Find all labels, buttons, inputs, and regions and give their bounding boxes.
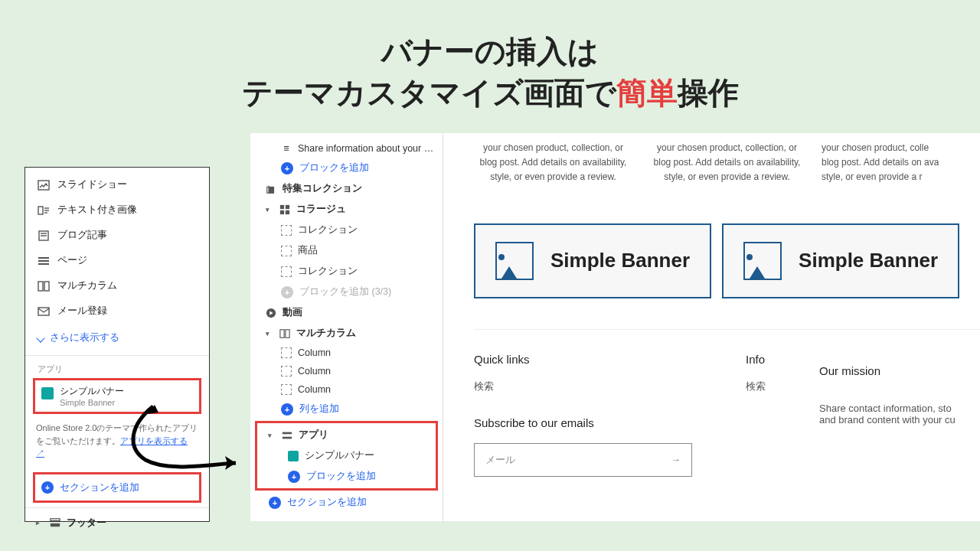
tree-collection-item[interactable]: コレクション <box>250 261 443 282</box>
tree-collection-item[interactable]: コレクション <box>250 220 443 240</box>
tree-app-simple-banner[interactable]: シンプルバナー <box>257 445 436 466</box>
tree-featured-collection[interactable]: 特集コレクション <box>250 178 443 199</box>
tree-multicolumn[interactable]: ▾ マルチカラム <box>250 323 443 344</box>
placeholder-icon <box>281 246 292 256</box>
blog-icon <box>38 230 50 242</box>
add-section-button[interactable]: + セクションを追加 <box>33 472 201 503</box>
preview-card: your chosen product, colle blog post. Ad… <box>822 141 980 185</box>
sidebar-item-blog[interactable]: ブログ記事 <box>25 223 209 248</box>
play-icon <box>266 308 276 318</box>
image-placeholder-icon <box>495 242 534 280</box>
plus-icon: + <box>269 497 281 509</box>
svg-rect-13 <box>38 308 49 315</box>
chevron-down-icon <box>36 334 44 342</box>
svg-rect-19 <box>280 210 284 214</box>
app-card-simple-banner[interactable]: シンプルバナー Simple Banner <box>33 378 201 414</box>
email-field[interactable]: メール → <box>474 443 692 477</box>
footer-link[interactable]: 検索 <box>746 380 766 393</box>
svg-rect-12 <box>44 282 49 291</box>
svg-rect-22 <box>280 329 284 337</box>
collection-icon <box>266 184 276 194</box>
svg-rect-17 <box>280 204 284 208</box>
tree-add-block[interactable]: + ブロックを追加 <box>250 158 443 178</box>
svg-rect-9 <box>38 260 49 262</box>
plus-icon: + <box>281 286 293 298</box>
sidebar-item-label: マルチカラム <box>57 279 117 292</box>
columns-icon <box>279 328 290 339</box>
plus-icon: + <box>41 481 54 494</box>
preview-card: your chosen product, collection, or blog… <box>648 141 806 185</box>
plus-icon: + <box>281 162 293 174</box>
show-more-link[interactable]: さらに表示する <box>25 324 209 352</box>
sidebar-item-label: テキスト付き画像 <box>57 204 137 217</box>
sidebar-item-image-text[interactable]: テキスト付き画像 <box>25 197 209 223</box>
svg-rect-20 <box>286 210 289 214</box>
svg-rect-24 <box>283 432 292 434</box>
placeholder-icon <box>281 384 292 395</box>
tree-collage[interactable]: ▾ コラージュ <box>250 199 443 220</box>
collage-icon <box>279 204 290 215</box>
svg-rect-10 <box>38 263 49 265</box>
footer-section[interactable]: ▸ フッター <box>25 507 209 537</box>
panel-section-picker: スライドショー テキスト付き画像 ブログ記事 ページ マルチカラム メール登録 … <box>24 167 210 522</box>
banner-label: Simple Banner <box>550 249 690 272</box>
sidebar-item-multicolumn[interactable]: マルチカラム <box>25 273 209 298</box>
footer-col-mission: Our mission Share contact information, s… <box>819 353 956 477</box>
footer-icon <box>50 517 60 528</box>
footer-link[interactable]: 検索 <box>474 380 692 393</box>
svg-rect-1 <box>38 207 43 214</box>
svg-rect-23 <box>286 329 289 337</box>
page-icon <box>38 255 50 267</box>
sidebar-item-slideshow[interactable]: スライドショー <box>25 172 209 197</box>
tree-video[interactable]: 動画 <box>250 302 443 323</box>
tree-add-section[interactable]: +セクションを追加 <box>250 492 443 513</box>
placeholder-icon <box>281 266 292 277</box>
mail-icon <box>38 305 50 318</box>
placeholder-icon <box>281 347 292 358</box>
columns-icon <box>38 280 50 292</box>
tree-add-column[interactable]: +列を追加 <box>250 399 443 419</box>
image-icon <box>38 179 50 191</box>
arrow-right-icon: → <box>671 454 681 465</box>
banner-label: Simple Banner <box>799 249 938 272</box>
app-section-icon <box>282 430 292 441</box>
tree-column-item[interactable]: Column <box>250 362 443 380</box>
sidebar-item-page[interactable]: ページ <box>25 248 209 273</box>
preview-card: your chosen product, collection, or blog… <box>474 141 632 185</box>
subscribe-block: Subscribe to our emails メール → <box>474 416 692 477</box>
text-icon: ≡ <box>281 143 292 154</box>
preview-banner[interactable]: Simple Banner <box>722 223 959 298</box>
preview-banner[interactable]: Simple Banner <box>474 223 711 298</box>
svg-rect-25 <box>283 436 292 439</box>
svg-rect-18 <box>286 204 289 208</box>
sidebar-item-email[interactable]: メール登録 <box>25 298 209 324</box>
tree-app-section[interactable]: ▾ アプリ <box>257 425 436 445</box>
caret-right-icon: ▸ <box>36 519 44 527</box>
theme-preview: your chosen product, collection, or blog… <box>443 133 980 521</box>
tree-column-item[interactable]: Column <box>250 380 443 399</box>
caret-down-icon: ▾ <box>268 432 276 439</box>
apps-subheader: アプリ <box>25 359 209 378</box>
caret-down-icon: ▾ <box>266 206 273 214</box>
image-placeholder-icon <box>743 242 782 280</box>
tree-app-add-block[interactable]: +ブロックを追加 <box>257 466 436 487</box>
svg-rect-8 <box>38 257 49 259</box>
tree-add-block-disabled: +ブロックを追加 (3/3) <box>250 282 443 302</box>
app-subtitle: Simple Banner <box>60 398 124 407</box>
app-icon <box>288 451 299 461</box>
app-icon <box>41 387 54 399</box>
sidebar-item-label: メール登録 <box>57 305 107 318</box>
image-text-icon <box>38 204 50 217</box>
placeholder-icon <box>281 366 292 377</box>
headline: バナーの挿入は テーマカスタマイズ画面で簡単操作 <box>0 0 980 129</box>
tree-item-share-info[interactable]: ≡ Share information about your b… <box>250 139 443 158</box>
panel-theme-editor: ≡ Share information about your b… + ブロック… <box>250 133 980 521</box>
caret-down-icon: ▾ <box>266 330 273 337</box>
tree-product-item[interactable]: 商品 <box>250 240 443 261</box>
apps-help-text: Online Store 2.0のテーマで作られたアプリをご覧いただけます。アプ… <box>25 414 209 468</box>
sidebar-item-label: ブログ記事 <box>57 229 107 242</box>
svg-rect-14 <box>51 518 60 520</box>
tree-column-item[interactable]: Column <box>250 344 443 362</box>
footer-col-quicklinks: Quick links 検索 Subscribe to our emails メ… <box>474 353 692 477</box>
sidebar-item-label: ページ <box>57 254 87 267</box>
